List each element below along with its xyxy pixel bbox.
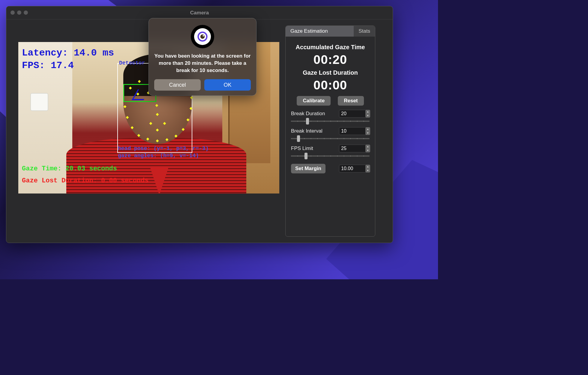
sidebar-content: Accumulated Gaze Time 00:20 Gaze Lost Du…: [286, 37, 375, 173]
gaze-time-text: Gaze Time: 20.03 seconds: [22, 165, 117, 172]
titlebar: Camera: [6, 6, 393, 20]
calibrate-button[interactable]: Calibrate: [297, 96, 331, 106]
window-title: Camera: [190, 10, 209, 16]
eye-icon: [197, 31, 208, 42]
gaze-lost-label: Gaze Lost Duration: [291, 69, 370, 76]
app-icon: [191, 25, 214, 48]
tab-gaze-estimation[interactable]: Gaze Estimation: [286, 26, 354, 37]
tab-stats[interactable]: Stats: [354, 26, 375, 37]
head-pose-text: head pose: (y=-1, p=3, r=-3): [118, 146, 208, 152]
svg-point-2: [202, 35, 204, 37]
break-duration-stepper[interactable]: ▲▼: [365, 110, 370, 118]
close-icon[interactable]: [10, 10, 15, 15]
sidebar: Gaze Estimation Stats Accumulated Gaze T…: [285, 26, 375, 237]
latency-text: Latency: 14.0 ms: [22, 47, 114, 58]
gaze-lost-text: Gaze Lost Duration: 0.00 seconds: [22, 177, 148, 184]
fps-limit-input[interactable]: [339, 145, 370, 152]
margin-stepper[interactable]: ▲▼: [365, 165, 370, 172]
detector-label: Detector c: [119, 60, 152, 66]
ok-button[interactable]: OK: [204, 79, 251, 91]
break-duration-slider[interactable]: [291, 121, 370, 122]
break-interval-input[interactable]: [339, 127, 370, 135]
dialog-message: You have been looking at the screen for …: [154, 52, 251, 74]
accumulated-time-value: 00:20: [291, 52, 370, 67]
gaze-lost-value: 00:00: [291, 78, 370, 92]
break-alert-dialog: You have been looking at the screen for …: [148, 18, 256, 96]
set-margin-button[interactable]: Set Margin: [291, 164, 326, 173]
fps-limit-stepper[interactable]: ▲▼: [365, 145, 370, 152]
break-duration-input[interactable]: [339, 110, 370, 118]
minimize-icon[interactable]: [17, 10, 21, 15]
svg-point-1: [200, 34, 205, 39]
maximize-icon[interactable]: [24, 10, 28, 15]
break-duration-label: Break Duration: [291, 111, 325, 117]
fps-limit-label: FPS Limit: [291, 146, 313, 152]
window-controls[interactable]: [10, 10, 28, 15]
fps-limit-slider[interactable]: [291, 155, 370, 157]
accumulated-time-label: Accumulated Gaze Time: [291, 44, 370, 51]
tab-bar: Gaze Estimation Stats: [286, 26, 375, 37]
margin-input[interactable]: [339, 165, 370, 172]
break-interval-label: Break Interval: [291, 128, 322, 134]
cancel-button[interactable]: Cancel: [154, 79, 201, 91]
gaze-angles-text: gaze angles: (h=9, v=-14): [118, 153, 199, 159]
break-interval-stepper[interactable]: ▲▼: [365, 127, 370, 135]
reset-button[interactable]: Reset: [338, 96, 364, 106]
fps-text: FPS: 17.4: [22, 60, 74, 71]
break-interval-slider[interactable]: [291, 138, 370, 139]
